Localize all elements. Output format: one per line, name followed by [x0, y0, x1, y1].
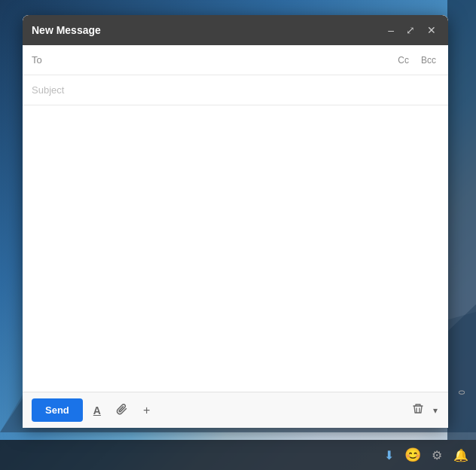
compose-titlebar: New Message – ⤢ ✕ [23, 15, 448, 45]
attachment-button[interactable] [111, 400, 133, 421]
emoji-icon: 😊 [404, 447, 421, 463]
minimize-button[interactable]: – [385, 23, 397, 37]
download-taskbar-icon[interactable]: ⬇ [378, 444, 399, 465]
restore-button[interactable]: ⤢ [403, 23, 418, 37]
compose-body[interactable] [23, 105, 448, 392]
cc-button[interactable]: Cc [395, 53, 412, 67]
to-input[interactable] [53, 54, 395, 66]
settings-taskbar-icon[interactable]: ⚙ [426, 444, 447, 465]
to-field-row: To Cc Bcc [23, 45, 448, 75]
formatting-button[interactable]: A [89, 401, 105, 420]
bcc-button[interactable]: Bcc [418, 53, 439, 67]
subject-input[interactable] [32, 84, 439, 96]
download-icon: ⬇ [384, 448, 394, 462]
send-button[interactable]: Send [32, 398, 83, 422]
compose-footer: Send A + [23, 392, 448, 428]
side-panel-label: 0 [457, 390, 466, 395]
notifications-taskbar-icon[interactable]: 🔔 [450, 444, 471, 465]
delete-icon [412, 403, 424, 418]
side-panel: 0 [447, 0, 476, 440]
close-button[interactable]: ✕ [424, 23, 439, 37]
footer-right: ▾ [407, 400, 439, 421]
settings-icon: ⚙ [432, 448, 442, 462]
compose-window: New Message – ⤢ ✕ To Cc Bcc Send A [23, 15, 448, 428]
titlebar-controls: – ⤢ ✕ [385, 23, 439, 37]
emoji-taskbar-icon[interactable]: 😊 [402, 444, 423, 465]
taskbar: ⬇ 😊 ⚙ 🔔 [0, 440, 476, 470]
cc-bcc-buttons: Cc Bcc [395, 53, 439, 67]
attachment-icon [116, 403, 128, 418]
to-label: To [32, 54, 47, 66]
chevron-down-icon: ▾ [433, 405, 438, 416]
more-options-button[interactable]: + [139, 401, 154, 420]
delete-button[interactable] [407, 400, 429, 421]
formatting-icon: A [93, 404, 101, 417]
subject-field-row [23, 75, 448, 105]
compose-title: New Message [32, 24, 101, 36]
overflow-button[interactable]: ▾ [432, 402, 439, 419]
notifications-icon: 🔔 [453, 448, 468, 462]
